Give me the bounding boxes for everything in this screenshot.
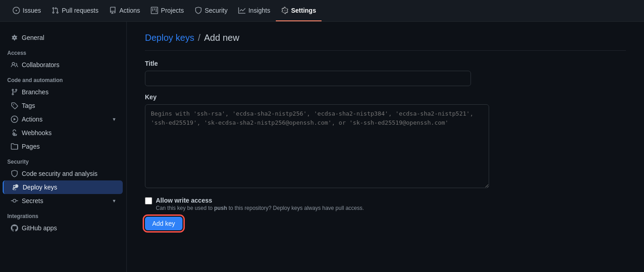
nav-projects[interactable]: Projects	[145, 0, 189, 21]
security-nav-icon	[195, 7, 202, 14]
insights-nav-icon	[238, 7, 245, 14]
sidebar-actions-label: Actions	[22, 116, 43, 123]
people-icon	[11, 61, 18, 68]
top-nav: Issues Pull requests Actions Projects Se…	[0, 0, 644, 22]
title-label: Title	[145, 60, 626, 67]
nav-actions-label: Actions	[119, 7, 140, 14]
key-textarea[interactable]	[145, 104, 489, 188]
sidebar-section-access: Access	[0, 44, 126, 58]
nav-issues[interactable]: Issues	[7, 0, 46, 21]
title-input[interactable]	[145, 71, 471, 86]
nav-settings[interactable]: Settings	[276, 0, 322, 21]
sidebar-item-general[interactable]: General	[4, 31, 123, 44]
apps-icon	[11, 224, 18, 232]
gear-icon	[11, 34, 18, 41]
sidebar-section-security: Security	[0, 153, 126, 167]
nav-security[interactable]: Security	[189, 0, 233, 21]
sidebar-item-tags[interactable]: Tags	[4, 99, 123, 112]
sidebar-item-collaborators[interactable]: Collaborators	[4, 58, 123, 72]
sidebar-item-branches[interactable]: Branches	[4, 85, 123, 99]
allow-write-description: Can this key be used to push to this rep…	[156, 205, 364, 211]
sidebar-item-pages[interactable]: Pages	[4, 140, 123, 153]
page-layout: General Access Collaborators Code and au…	[0, 22, 644, 272]
sidebar-item-deploy-keys[interactable]: Deploy keys	[3, 180, 123, 194]
key-label: Key	[145, 93, 626, 101]
sidebar-pages-label: Pages	[22, 143, 40, 150]
sidebar-item-actions[interactable]: Actions ▾	[4, 112, 123, 126]
secret-icon	[11, 197, 18, 204]
sidebar-collaborators-label: Collaborators	[22, 61, 59, 68]
breadcrumb: Deploy keys / Add new	[145, 33, 626, 51]
sidebar-code-security-label: Code security and analysis	[22, 170, 97, 177]
breadcrumb-current: Add new	[204, 33, 240, 43]
sidebar-deploy-keys-label: Deploy keys	[23, 184, 57, 191]
nav-insights-label: Insights	[248, 7, 270, 14]
sidebar-tags-label: Tags	[22, 102, 35, 109]
issues-icon	[13, 7, 20, 14]
sidebar-secrets-label: Secrets	[22, 197, 43, 204]
branch-icon	[11, 88, 18, 96]
nav-projects-label: Projects	[161, 7, 184, 14]
nav-actions[interactable]: Actions	[104, 0, 145, 21]
allow-write-label: Allow write access	[156, 197, 364, 204]
webhook-icon	[11, 129, 18, 136]
add-key-button[interactable]: Add key	[145, 217, 183, 230]
sidebar: General Access Collaborators Code and au…	[0, 22, 127, 272]
actions-nav-icon	[109, 7, 116, 14]
sidebar-branches-label: Branches	[22, 88, 48, 96]
key-form-group: Key	[145, 93, 626, 189]
nav-security-label: Security	[205, 7, 228, 14]
pages-icon	[11, 143, 18, 150]
sidebar-item-code-security[interactable]: Code security and analysis	[4, 167, 123, 180]
nav-insights[interactable]: Insights	[233, 0, 275, 21]
pr-icon	[52, 7, 59, 14]
sidebar-general-label: General	[22, 34, 44, 41]
sidebar-section-integrations: Integrations	[0, 208, 126, 221]
title-form-group: Title	[145, 60, 626, 86]
key-icon	[12, 184, 19, 191]
nav-issues-label: Issues	[23, 7, 41, 14]
sidebar-webhooks-label: Webhooks	[22, 129, 52, 136]
sidebar-item-webhooks[interactable]: Webhooks	[4, 126, 123, 140]
projects-nav-icon	[151, 7, 158, 14]
breadcrumb-separator: /	[198, 33, 201, 43]
sidebar-item-github-apps[interactable]: GitHub apps	[4, 221, 123, 235]
breadcrumb-link[interactable]: Deploy keys	[145, 33, 194, 43]
nav-pr-label: Pull requests	[62, 7, 98, 14]
main-content: Deploy keys / Add new Title Key Allow wr…	[127, 22, 644, 272]
secrets-chevron-icon: ▾	[113, 198, 115, 204]
shield-sidebar-icon	[11, 170, 18, 177]
tag-icon	[11, 102, 18, 109]
settings-nav-icon	[281, 7, 288, 14]
nav-settings-label: Settings	[291, 7, 316, 14]
sidebar-github-apps-label: GitHub apps	[22, 224, 57, 232]
sidebar-section-code-automation: Code and automation	[0, 72, 126, 85]
nav-pull-requests[interactable]: Pull requests	[46, 0, 104, 21]
allow-write-checkbox[interactable]	[145, 197, 152, 204]
actions-chevron-icon: ▾	[113, 116, 115, 122]
sidebar-item-secrets[interactable]: Secrets ▾	[4, 194, 123, 208]
allow-write-label-wrap: Allow write access Can this key be used …	[156, 197, 364, 211]
actions-sidebar-icon	[11, 116, 18, 123]
allow-write-row: Allow write access Can this key be used …	[145, 197, 626, 211]
